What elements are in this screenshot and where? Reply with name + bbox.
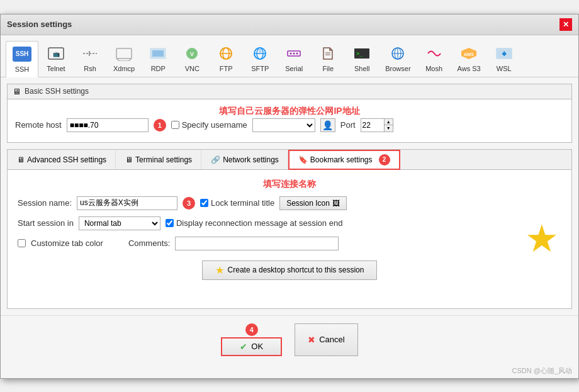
monitor-icon: 🖥 <box>13 87 21 96</box>
tab-telnet[interactable]: 📺 Telnet <box>40 40 72 77</box>
basic-ssh-content: 填写自己云服务器的弹性公网IP地址 Remote host 1 Specify … <box>8 99 571 142</box>
user-icon-button[interactable]: 👤 <box>320 118 335 132</box>
session-icon-button[interactable]: Session Icon 🖼 <box>279 196 347 210</box>
tab-shell[interactable]: >_ Shell <box>346 40 378 77</box>
ftp-icon <box>216 43 236 64</box>
tab-mosh[interactable]: Mosh <box>418 40 451 77</box>
tab-serial[interactable]: Serial <box>278 40 310 77</box>
shortcut-button[interactable]: ★ Create a desktop shortcut to this sess… <box>202 260 378 280</box>
svg-rect-9 <box>152 50 164 57</box>
tab-bookmark[interactable]: 🔖 Bookmark settings 2 <box>288 150 400 170</box>
session-name-label: Session name: <box>18 198 72 208</box>
network-icon: 🔗 <box>211 155 220 164</box>
tab-advanced-ssh[interactable]: 🖥 Advanced SSH settings <box>8 150 116 169</box>
tab-browser-label: Browser <box>385 65 410 72</box>
port-input[interactable] <box>361 119 384 132</box>
tab-network-label: Network settings <box>223 155 279 164</box>
svg-text:📺: 📺 <box>53 50 60 58</box>
telnet-icon: 📺 <box>46 43 66 64</box>
start-session-label: Start session in <box>18 218 74 228</box>
svg-text:AWS: AWS <box>464 52 474 57</box>
watermark: CSDN @心随_风动 <box>1 364 578 378</box>
tab-file-label: File <box>322 65 334 72</box>
remote-host-label: Remote host <box>15 120 62 130</box>
tab-rsh-label: Rsh <box>84 65 96 72</box>
bottom-bar: 4 ✔ OK ✖ Cancel <box>1 315 578 364</box>
svg-text:V: V <box>190 51 194 57</box>
svg-rect-4 <box>116 48 132 59</box>
lock-terminal-checkbox[interactable] <box>200 199 208 207</box>
rdp-icon <box>148 43 168 64</box>
tab-wsl[interactable]: ❖ WSL <box>488 40 520 77</box>
customize-comments-row: Customize tab color Comments: <box>18 237 561 250</box>
session-settings-dialog: Session settings ✕ SSH SSH 📺 Telnet Rsh <box>0 14 579 379</box>
tab-browser[interactable]: Browser <box>379 40 416 77</box>
customize-tab-row: Customize tab color <box>18 238 103 248</box>
lower-tabs-container: 🖥 Advanced SSH settings 🖥 Terminal setti… <box>7 149 572 309</box>
port-input-wrapper: ▲ ▼ <box>361 118 393 132</box>
lower-tabs-header: 🖥 Advanced SSH settings 🖥 Terminal setti… <box>8 150 571 170</box>
tab-rdp[interactable]: RDP <box>142 40 174 77</box>
comments-row: Comments: <box>128 237 339 250</box>
bookmark-tab-content: 填写连接名称 Session name: 3 Lock terminal tit… <box>8 170 571 308</box>
ok-icon: ✔ <box>240 342 247 352</box>
vnc-icon: V <box>182 43 202 64</box>
tab-rsh[interactable]: Rsh <box>74 40 106 77</box>
annotation-3: 3 <box>183 197 195 210</box>
session-icon-img: 🖼 <box>332 199 340 208</box>
session-icon-label: Session Icon <box>286 199 330 208</box>
bookmark-content: 填写连接名称 Session name: 3 Lock terminal tit… <box>18 179 561 280</box>
cancel-icon: ✖ <box>308 335 315 345</box>
remote-host-input[interactable] <box>67 118 149 132</box>
start-session-row: Start session in Normal tab Maximized Fu… <box>18 216 561 230</box>
port-spin-up[interactable]: ▲ <box>384 119 393 125</box>
tab-vnc[interactable]: V VNC <box>176 40 208 77</box>
tab-ftp[interactable]: FTP <box>210 40 242 77</box>
tab-serial-label: Serial <box>285 65 303 72</box>
annotation-4-wrapper: 4 ✔ OK <box>221 323 282 356</box>
close-button[interactable]: ✕ <box>559 18 572 31</box>
comments-input[interactable] <box>175 237 339 250</box>
tab-ssh-label: SSH <box>15 65 30 73</box>
mosh-icon <box>424 43 444 64</box>
cancel-button[interactable]: ✖ Cancel <box>295 323 357 356</box>
ok-label: OK <box>251 342 263 351</box>
username-dropdown[interactable] <box>252 118 315 132</box>
dialog-title: Session settings <box>7 20 72 29</box>
bookmark-annotation-text: 填写连接名称 <box>18 179 561 190</box>
tab-xdmcp[interactable]: Xdmcp <box>108 40 140 77</box>
tab-network[interactable]: 🔗 Network settings <box>201 150 288 169</box>
port-spin-down[interactable]: ▼ <box>384 125 393 132</box>
ok-button[interactable]: ✔ OK <box>221 337 282 356</box>
file-icon <box>318 43 338 64</box>
tab-file[interactable]: File <box>312 40 344 77</box>
tab-bookmark-label: Bookmark settings <box>310 155 373 164</box>
title-bar: Session settings ✕ <box>1 14 578 35</box>
terminal-icon: 🖥 <box>125 155 133 164</box>
tab-advanced-ssh-label: Advanced SSH settings <box>27 155 106 164</box>
shortcut-btn-row: ★ Create a desktop shortcut to this sess… <box>18 260 561 280</box>
wsl-icon: ❖ <box>494 43 514 64</box>
port-label: Port <box>340 120 356 130</box>
tab-ssh[interactable]: SSH SSH <box>6 41 38 77</box>
tab-awss3-label: Aws S3 <box>458 65 481 72</box>
display-reconnect-cb: Display reconnection message at session … <box>166 218 342 228</box>
customize-tab-checkbox[interactable] <box>18 239 26 247</box>
tab-awss3[interactable]: AWS Aws S3 <box>452 40 486 77</box>
tab-sftp[interactable]: S SFTP <box>244 40 276 77</box>
star-decoration: ★ <box>525 220 559 258</box>
session-name-input[interactable] <box>77 196 177 210</box>
tab-wsl-label: WSL <box>497 65 512 72</box>
start-session-dropdown[interactable]: Normal tab Maximized Full screen <box>79 216 160 230</box>
tab-terminal[interactable]: 🖥 Terminal settings <box>116 150 201 169</box>
bookmark-icon: 🔖 <box>298 155 308 164</box>
display-reconnect-checkbox[interactable] <box>166 219 174 227</box>
lock-terminal-row: Lock terminal title <box>200 198 274 208</box>
advanced-ssh-icon: 🖥 <box>17 155 25 164</box>
awss3-icon: AWS <box>459 43 479 64</box>
specify-username-checkbox[interactable] <box>171 121 179 129</box>
tab-terminal-label: Terminal settings <box>135 155 192 164</box>
svg-point-22 <box>296 52 298 54</box>
tab-rdp-label: RDP <box>151 65 166 72</box>
remote-host-row: Remote host 1 Specify username 👤 Port <box>15 118 564 132</box>
